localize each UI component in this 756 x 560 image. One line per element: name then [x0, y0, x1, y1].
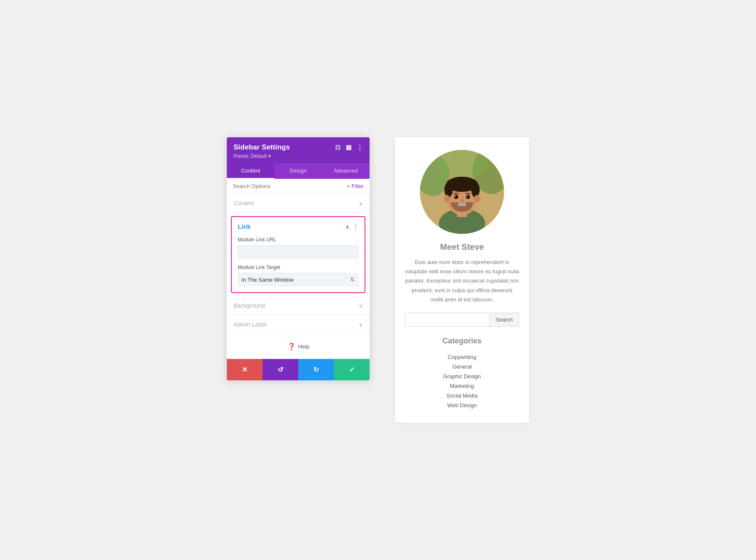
- background-section-row[interactable]: Background ∨: [227, 296, 370, 315]
- module-link-url-input[interactable]: [238, 245, 359, 259]
- cancel-button[interactable]: ✕: [227, 359, 262, 380]
- bottom-buttons: ✕ ↺ ↻ ✓: [227, 359, 370, 380]
- undo-icon: ↺: [278, 366, 283, 374]
- svg-point-10: [444, 182, 453, 197]
- panel-preset[interactable]: Preset: Default ▾: [234, 153, 363, 159]
- svg-point-12: [444, 195, 450, 202]
- search-options-input[interactable]: [233, 183, 347, 189]
- search-bar: + Filter: [227, 179, 370, 194]
- link-section-header: Link ∧ ⋮: [238, 223, 359, 230]
- module-link-target-group: Module Link Target In The Same Window In…: [238, 264, 359, 286]
- widget-search-bar: Search: [405, 313, 519, 327]
- panel-title-row: Sidebar Settings ⊡ ▦ ⋮: [234, 143, 363, 152]
- link-collapse-icon[interactable]: ∧: [345, 223, 349, 230]
- content-chevron-icon: ∨: [359, 200, 363, 207]
- redo-button[interactable]: ↻: [298, 359, 334, 380]
- link-section-title: Link: [238, 223, 251, 230]
- module-link-target-label: Module Link Target: [238, 264, 359, 270]
- module-link-target-wrapper: In The Same Window In The New Window ⇅: [238, 273, 359, 286]
- more-icon[interactable]: ⋮: [357, 144, 363, 151]
- content-section-row[interactable]: Content ∨: [227, 194, 370, 213]
- save-button[interactable]: ✓: [334, 359, 370, 380]
- cancel-icon: ✕: [242, 366, 247, 374]
- list-item[interactable]: General: [405, 362, 519, 372]
- svg-point-13: [474, 195, 480, 202]
- category-list: Copywriting General Graphic Design Marke…: [405, 352, 519, 410]
- tab-design[interactable]: Design: [274, 163, 322, 179]
- filter-button[interactable]: + Filter: [347, 183, 364, 189]
- list-item[interactable]: Marketing: [405, 381, 519, 391]
- redo-icon: ↻: [313, 366, 319, 374]
- main-container: Sidebar Settings ⊡ ▦ ⋮ Preset: Default ▾…: [147, 137, 609, 422]
- avatar-container: [420, 150, 504, 234]
- widget-bio: Duis aute irure dolor in reprehenderit i…: [405, 258, 519, 304]
- sidebar-widget: Meet Steve Duis aute irure dolor in repr…: [395, 137, 529, 422]
- background-chevron-icon: ∨: [359, 302, 363, 309]
- link-section-icons: ∧ ⋮: [345, 223, 359, 230]
- panel-header: Sidebar Settings ⊡ ▦ ⋮ Preset: Default ▾: [227, 137, 370, 163]
- admin-label-section-row[interactable]: Admin Label ∨: [227, 315, 370, 334]
- background-section-label: Background: [234, 302, 265, 309]
- module-link-url-group: Module Link URL: [238, 237, 359, 264]
- categories-title: Categories: [442, 337, 481, 345]
- admin-label-chevron-icon: ∨: [359, 321, 363, 328]
- svg-rect-6: [443, 215, 481, 234]
- svg-point-17: [466, 196, 468, 197]
- admin-label-section-label: Admin Label: [234, 321, 266, 328]
- help-label: Help: [298, 343, 310, 350]
- list-item[interactable]: Copywriting: [405, 352, 519, 362]
- help-row[interactable]: ❓ Help: [227, 334, 370, 359]
- avatar-image: [420, 150, 504, 234]
- widget-search-button[interactable]: Search: [489, 313, 519, 327]
- svg-point-16: [454, 196, 456, 197]
- widget-name: Meet Steve: [440, 242, 484, 252]
- undo-button[interactable]: ↺: [262, 359, 298, 380]
- link-more-icon[interactable]: ⋮: [353, 223, 359, 230]
- panel-tabs: Content Design Advanced: [227, 163, 370, 179]
- tab-advanced[interactable]: Advanced: [322, 163, 370, 179]
- list-item[interactable]: Web Design: [405, 400, 519, 410]
- settings-panel: Sidebar Settings ⊡ ▦ ⋮ Preset: Default ▾…: [227, 137, 370, 380]
- fullscreen-icon[interactable]: ⊡: [335, 144, 341, 151]
- svg-point-11: [471, 182, 480, 197]
- module-link-target-select[interactable]: In The Same Window In The New Window: [238, 273, 359, 286]
- content-section-label: Content: [234, 200, 254, 207]
- list-item[interactable]: Graphic Design: [405, 372, 519, 381]
- help-icon: ❓: [287, 343, 296, 351]
- save-icon: ✓: [349, 366, 354, 374]
- module-link-url-label: Module Link URL: [238, 237, 359, 243]
- list-item[interactable]: Social Media: [405, 391, 519, 400]
- panel-title-text: Sidebar Settings: [234, 143, 290, 152]
- tab-content[interactable]: Content: [227, 163, 274, 179]
- columns-icon[interactable]: ▦: [346, 144, 352, 151]
- panel-header-icons: ⊡ ▦ ⋮: [335, 144, 363, 151]
- svg-point-19: [460, 199, 464, 202]
- widget-search-input[interactable]: [405, 313, 489, 327]
- link-section: Link ∧ ⋮ Module Link URL Module Link Tar…: [231, 216, 365, 293]
